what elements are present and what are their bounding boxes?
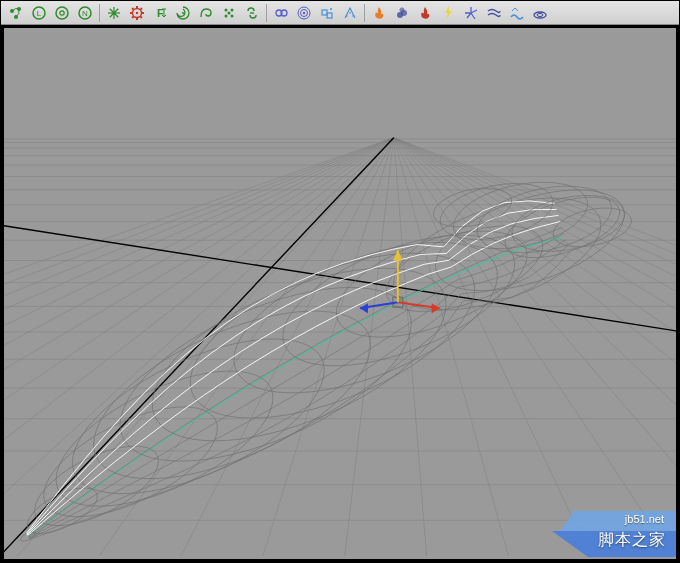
- svg-point-30: [225, 8, 228, 11]
- field-f-icon[interactable]: F: [149, 3, 171, 23]
- svg-point-32: [225, 14, 228, 17]
- svg-rect-41: [322, 10, 327, 15]
- svg-line-74: [394, 138, 676, 557]
- toolbar-separator: [266, 4, 267, 22]
- scene-canvas: [4, 28, 676, 556]
- flow-icon[interactable]: [483, 3, 505, 23]
- shatter-icon[interactable]: [460, 3, 482, 23]
- svg-point-43: [330, 8, 332, 10]
- svg-rect-20: [140, 16, 142, 18]
- svg-line-68: [394, 138, 520, 557]
- svg-text:L: L: [37, 9, 42, 18]
- svg-point-45: [349, 12, 351, 14]
- svg-point-34: [228, 11, 231, 14]
- surface-flow-icon[interactable]: [506, 3, 528, 23]
- svg-line-79: [394, 138, 676, 557]
- svg-point-122: [430, 182, 515, 234]
- spray-icon[interactable]: [339, 3, 361, 23]
- svg-point-17: [113, 11, 116, 14]
- svg-marker-130: [432, 303, 440, 313]
- svg-rect-21: [136, 18, 138, 20]
- instancer-icon[interactable]: [316, 3, 338, 23]
- toolbar-separator: [99, 4, 100, 22]
- svg-line-78: [394, 138, 676, 557]
- sprite-icon[interactable]: [218, 3, 240, 23]
- emitter-l-icon[interactable]: L: [28, 3, 50, 23]
- svg-line-71: [394, 138, 676, 557]
- svg-point-51: [537, 13, 543, 16]
- vortex-icon[interactable]: [172, 3, 194, 23]
- lightning-icon[interactable]: [437, 3, 459, 23]
- svg-marker-132: [360, 303, 368, 313]
- fire-icon[interactable]: [368, 3, 390, 23]
- fireworks-icon[interactable]: [414, 3, 436, 23]
- emitter-n-icon[interactable]: N: [74, 3, 96, 23]
- emitter-o-icon[interactable]: [51, 3, 73, 23]
- link-icon[interactable]: [241, 3, 263, 23]
- svg-line-67: [394, 138, 430, 557]
- svg-rect-26: [140, 7, 142, 9]
- svg-line-73: [394, 138, 676, 557]
- svg-point-5: [56, 7, 68, 19]
- collision-icon[interactable]: [270, 3, 292, 23]
- svg-point-40: [303, 11, 305, 13]
- svg-line-103: [4, 219, 676, 337]
- gear-dynamics-icon[interactable]: [126, 3, 148, 23]
- svg-rect-22: [132, 16, 134, 18]
- svg-marker-134: [393, 250, 403, 260]
- svg-line-80: [394, 138, 676, 557]
- svg-point-6: [60, 10, 64, 14]
- svg-point-29: [182, 12, 184, 14]
- svg-point-31: [231, 8, 234, 11]
- svg-rect-25: [136, 6, 138, 8]
- dynamics-toolbar: LNF: [1, 1, 679, 25]
- svg-line-75: [394, 138, 676, 557]
- svg-rect-19: [142, 12, 144, 14]
- svg-point-44: [346, 15, 348, 17]
- svg-point-50: [534, 12, 546, 18]
- svg-rect-24: [132, 7, 134, 9]
- goal-icon[interactable]: [293, 3, 315, 23]
- svg-line-66: [340, 138, 394, 557]
- pond-icon[interactable]: [529, 3, 551, 23]
- svg-rect-42: [327, 13, 332, 18]
- smoke-icon[interactable]: [391, 3, 413, 23]
- svg-line-70: [394, 138, 676, 557]
- burst-icon[interactable]: [103, 3, 125, 23]
- svg-line-76: [394, 138, 676, 557]
- particle-tool-icon[interactable]: [5, 3, 27, 23]
- svg-line-72: [394, 138, 676, 557]
- app-window: LNF jb51.net 脚本之家: [0, 0, 680, 563]
- svg-point-49: [400, 7, 405, 12]
- svg-text:N: N: [82, 9, 88, 18]
- svg-point-46: [352, 15, 354, 17]
- perspective-viewport[interactable]: jb51.net 脚本之家: [4, 28, 676, 559]
- svg-line-65: [250, 138, 393, 557]
- svg-rect-23: [130, 12, 132, 14]
- curl-icon[interactable]: [195, 3, 217, 23]
- svg-point-27: [136, 11, 138, 13]
- svg-point-33: [231, 14, 234, 17]
- svg-line-77: [394, 138, 676, 557]
- toolbar-separator: [364, 4, 365, 22]
- viewport-frame: jb51.net 脚本之家: [1, 25, 679, 562]
